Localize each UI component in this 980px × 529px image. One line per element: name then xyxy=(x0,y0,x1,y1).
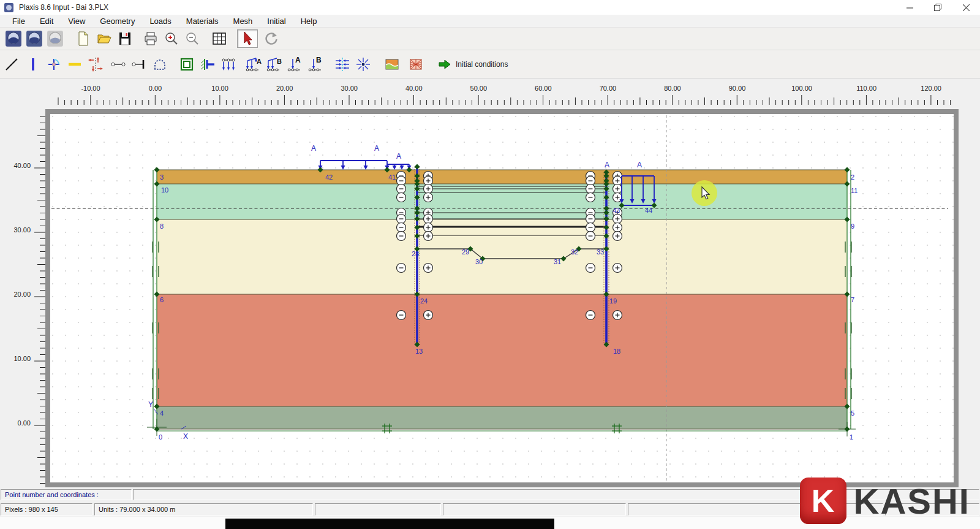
menu-edit[interactable]: Edit xyxy=(32,15,61,28)
restore-button[interactable] xyxy=(924,0,952,15)
title-bar: Plaxis 8.6 Input - Bai 3.PLX xyxy=(0,0,980,15)
rotation-fixity-tool[interactable] xyxy=(353,53,374,76)
new-file-button[interactable] xyxy=(73,29,94,48)
status-empty-panel-2 xyxy=(443,503,626,516)
svg-text:Y: Y xyxy=(148,400,153,409)
point-load-b-tool[interactable]: B xyxy=(306,53,326,76)
open-folder-icon xyxy=(96,31,112,47)
svg-text:19: 19 xyxy=(609,297,617,305)
svg-text:100.00: 100.00 xyxy=(791,85,812,92)
main-toolbar xyxy=(0,28,980,50)
mode-calculations-button[interactable] xyxy=(24,29,45,48)
save-button[interactable] xyxy=(115,29,135,48)
canvas-frame: YX31086402119751424124131918282930313233… xyxy=(45,109,959,487)
new-file-icon xyxy=(75,31,91,47)
svg-text:0.00: 0.00 xyxy=(149,85,162,92)
node-to-node-anchor-tool[interactable] xyxy=(108,53,129,76)
svg-text:90.00: 90.00 xyxy=(729,85,746,92)
node-to-node-anchor-icon xyxy=(110,56,126,72)
interface-icon xyxy=(88,56,104,72)
svg-text:7: 7 xyxy=(851,296,854,303)
print-button[interactable] xyxy=(140,29,161,48)
tunnel-designer-icon xyxy=(179,56,195,72)
table-button[interactable] xyxy=(209,29,230,48)
svg-text:43: 43 xyxy=(612,207,620,214)
menu-materials[interactable]: Materials xyxy=(179,15,226,28)
table-icon xyxy=(211,31,227,47)
status-empty-panel-1 xyxy=(315,503,441,516)
svg-text:A: A xyxy=(374,144,379,153)
drawing-canvas[interactable]: YX31086402119751424124131918282930313233… xyxy=(50,114,954,482)
minimize-icon xyxy=(907,4,913,11)
svg-text:41: 41 xyxy=(388,173,396,181)
svg-text:A: A xyxy=(605,161,609,169)
undo-button[interactable] xyxy=(260,29,281,48)
close-button[interactable] xyxy=(952,0,980,15)
point-load-a-tool[interactable]: A xyxy=(285,53,306,76)
menu-help[interactable]: Help xyxy=(293,15,325,28)
svg-text:-10.00: -10.00 xyxy=(81,85,100,92)
prescribed-displacement-tool[interactable] xyxy=(332,53,353,76)
standard-fixities-tool[interactable] xyxy=(197,53,218,76)
svg-text:10.00: 10.00 xyxy=(211,85,228,92)
svg-text:X: X xyxy=(183,432,188,441)
tunnel-designer-tool[interactable] xyxy=(176,53,197,76)
geometry-line-tool[interactable] xyxy=(2,53,23,76)
svg-text:30.00: 30.00 xyxy=(13,226,31,234)
restore-icon xyxy=(934,4,941,11)
generate-mesh-tool[interactable] xyxy=(405,53,426,76)
svg-text:B: B xyxy=(316,56,322,64)
zoom-in-button[interactable] xyxy=(161,29,182,48)
menu-bar: File Edit View Geometry Loads Materials … xyxy=(0,15,980,28)
svg-text:110.00: 110.00 xyxy=(856,85,876,92)
selection-arrow-icon xyxy=(239,31,255,47)
mode-input-button[interactable] xyxy=(3,29,24,48)
hinge-icon xyxy=(46,56,62,72)
svg-text:8: 8 xyxy=(160,223,164,230)
svg-text:A: A xyxy=(257,58,262,65)
input-mode-icon xyxy=(5,30,22,47)
selection-arrow-button[interactable] xyxy=(237,29,258,48)
distributed-load-a-tool[interactable]: A xyxy=(243,53,264,76)
minimize-button[interactable] xyxy=(895,0,924,15)
bottom-black-bar xyxy=(225,519,554,529)
zoom-out-button[interactable] xyxy=(182,29,203,48)
menu-mesh[interactable]: Mesh xyxy=(226,15,260,28)
svg-text:3: 3 xyxy=(160,173,164,181)
save-icon xyxy=(117,31,133,47)
open-file-button[interactable] xyxy=(94,29,115,48)
zoom-out-icon xyxy=(184,31,200,47)
menu-initial[interactable]: Initial xyxy=(260,15,293,28)
menu-view[interactable]: View xyxy=(61,15,92,28)
interface-tool[interactable] xyxy=(85,53,106,76)
svg-text:4: 4 xyxy=(160,409,164,417)
hinge-tool[interactable] xyxy=(43,53,64,76)
point-load-b-icon: B xyxy=(307,56,325,73)
menu-file[interactable]: File xyxy=(5,15,32,28)
mode-output-button[interactable] xyxy=(45,29,66,48)
tunnel-tool[interactable] xyxy=(149,53,170,76)
menu-loads[interactable]: Loads xyxy=(142,15,178,28)
svg-text:80.00: 80.00 xyxy=(664,85,681,92)
svg-text:10: 10 xyxy=(161,186,168,194)
svg-text:0.00: 0.00 xyxy=(18,419,31,427)
initial-conditions-label: Initial conditions xyxy=(456,60,508,69)
svg-text:6: 6 xyxy=(160,296,164,303)
svg-text:120.00: 120.00 xyxy=(921,85,941,92)
geogrid-tool[interactable] xyxy=(64,53,85,76)
kashi-logo-badge: K xyxy=(800,478,846,524)
svg-text:11: 11 xyxy=(851,187,858,194)
distributed-load-b-icon: B xyxy=(266,56,283,73)
fixed-end-anchor-tool[interactable] xyxy=(129,53,149,76)
initial-conditions-button[interactable]: Initial conditions xyxy=(434,54,513,75)
svg-text:A: A xyxy=(396,152,401,161)
plate-tool[interactable] xyxy=(23,53,43,76)
vertical-ruler: 40.0030.0020.0010.000.00 xyxy=(0,109,51,489)
svg-text:44: 44 xyxy=(645,207,652,214)
distributed-load-b-tool[interactable]: B xyxy=(264,53,285,76)
svg-text:20.00: 20.00 xyxy=(13,291,31,298)
material-sets-tool[interactable] xyxy=(382,53,402,76)
svg-text:1: 1 xyxy=(850,433,853,441)
menu-geometry[interactable]: Geometry xyxy=(92,15,142,28)
distributed-load-tool[interactable] xyxy=(218,53,239,76)
